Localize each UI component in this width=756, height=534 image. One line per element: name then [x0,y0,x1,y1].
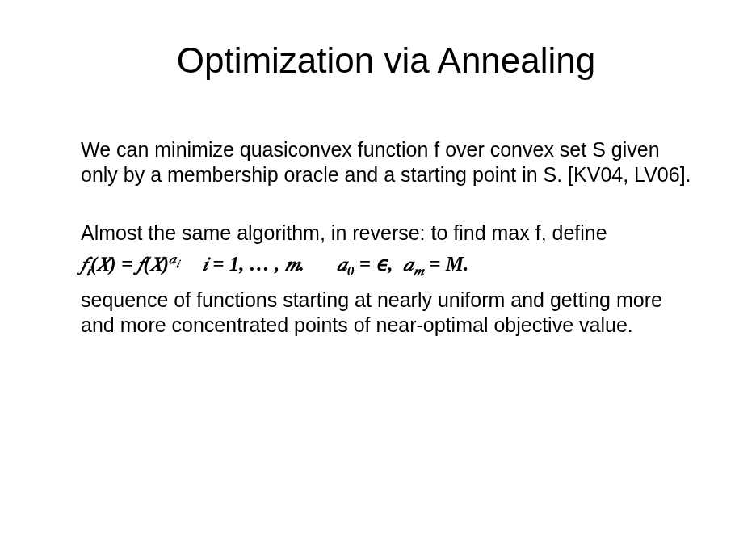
math-ai-sub: 𝑖 [176,257,179,269]
math-a0: 𝑎 [337,253,347,275]
math-X2: 𝑋 [150,253,162,275]
math-m-sub: 𝑚 [414,263,424,279]
math-f2: 𝑓 [137,253,143,275]
math-X1: 𝑋 [97,253,109,275]
math-eps: = ϵ, [359,253,393,275]
paragraph-intro: We can minimize quasiconvex function f o… [81,137,691,188]
math-am: 𝑎 [403,253,414,275]
math-eq1: = [121,253,132,275]
paragraph-algorithm: Almost the same algorithm, in reverse: t… [81,221,691,246]
math-f: 𝑓 [81,253,86,275]
math-definition: 𝑓𝑖(𝑋) = 𝑓(𝑋)𝑎𝑖𝑖 = 1, … , 𝑚.𝑎0 = ϵ, 𝑎𝑚 = … [81,250,691,280]
paragraph-sequence: sequence of functions starting at nearly… [81,288,691,338]
math-M: = M. [429,253,468,275]
slide-title: Optimization via Annealing [81,40,691,81]
math-range: 𝑖 = 1, … , 𝑚. [202,253,304,275]
math-zero: 0 [347,263,355,279]
math-a-sup: 𝑎 [169,250,176,267]
slide: Optimization via Annealing We can minimi… [0,0,756,534]
math-sub-i: 𝑖 [86,263,90,279]
